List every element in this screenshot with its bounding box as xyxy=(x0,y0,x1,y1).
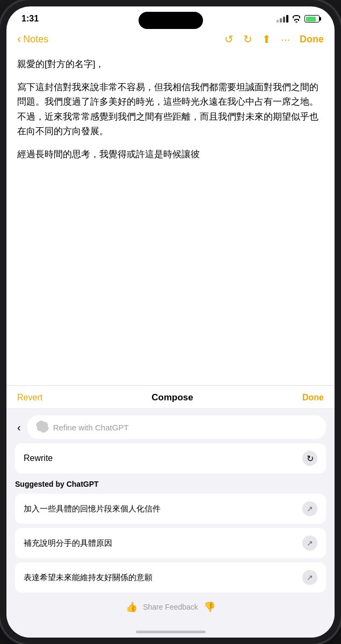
suggestion-item-3[interactable]: 表達希望未來能維持友好關係的意願 ↗ xyxy=(15,562,326,592)
note-paragraph-2: 寫下這封信對我來說非常不容易，但我相信我們都需要坦誠面對我們之間的問題。我們度過… xyxy=(17,80,324,138)
refine-back-icon[interactable]: ‹ xyxy=(15,419,23,436)
refine-placeholder: Refine with ChatGPT xyxy=(53,423,129,432)
compose-done-button[interactable]: Done xyxy=(302,393,324,402)
notes-toolbar: ‹ Notes ↺ ↻ ⬆ ··· Done xyxy=(6,28,335,52)
feedback-label[interactable]: Share Feedback xyxy=(143,603,198,611)
status-icons xyxy=(277,15,320,23)
home-indicator xyxy=(6,621,335,638)
suggestion-text-3: 表達希望未來能維持友好關係的意願 xyxy=(24,573,298,583)
refine-input[interactable]: Refine with ChatGPT xyxy=(27,415,326,439)
rewrite-button[interactable]: Rewrite ↻ xyxy=(15,443,326,473)
note-content: 親愛的[對方的名字]， 寫下這封信對我來說非常不容易，但我相信我們都需要坦誠面對… xyxy=(6,52,335,385)
suggestion-item-2[interactable]: 補充說明分手的具體原因 ↗ xyxy=(15,528,326,558)
compose-title: Compose xyxy=(151,392,193,403)
undo-icon[interactable]: ↺ xyxy=(224,33,234,46)
note-text: 親愛的[對方的名字]， 寫下這封信對我來說非常不容易，但我相信我們都需要坦誠面對… xyxy=(17,57,324,162)
thumbs-up-icon[interactable]: 👍 xyxy=(126,601,137,613)
back-navigation[interactable]: ‹ Notes xyxy=(17,32,48,46)
back-chevron-icon[interactable]: ‹ xyxy=(17,32,21,46)
suggested-title: Suggested by ChatGPT xyxy=(15,480,326,488)
revert-button[interactable]: Revert xyxy=(17,393,42,402)
rewrite-label: Rewrite xyxy=(24,453,53,463)
suggestion-text-1: 加入一些具體的回憶片段來個人化信件 xyxy=(24,504,298,514)
chatgpt-icon xyxy=(36,421,49,434)
suggestion-arrow-3: ↗ xyxy=(302,570,317,585)
redo-icon[interactable]: ↻ xyxy=(243,33,252,46)
more-icon[interactable]: ··· xyxy=(281,33,290,46)
screen: 1:31 ‹ xyxy=(6,6,335,638)
compose-panel: Revert Compose Done ‹ Refine with ChatGP… xyxy=(6,385,335,638)
back-label[interactable]: Notes xyxy=(23,34,48,45)
rewrite-icon: ↻ xyxy=(302,451,317,466)
compose-header: Revert Compose Done xyxy=(6,386,335,409)
status-bar: 1:31 xyxy=(6,6,335,28)
done-button[interactable]: Done xyxy=(300,34,324,45)
toolbar-icons: ↺ ↻ ⬆ ··· Done xyxy=(224,33,324,46)
note-paragraph-3: 經過長時間的思考，我覺得或許這是時候讓彼 xyxy=(17,147,324,162)
thumbs-down-icon[interactable]: 👎 xyxy=(204,601,215,613)
suggestion-arrow-1: ↗ xyxy=(302,501,317,516)
home-bar xyxy=(136,631,206,633)
rewrite-section: Rewrite ↻ xyxy=(15,443,326,473)
battery-icon xyxy=(304,15,320,23)
refine-bar: ‹ Refine with ChatGPT xyxy=(15,415,326,439)
suggestion-text-2: 補充說明分手的具體原因 xyxy=(24,538,298,548)
wifi-icon xyxy=(292,15,301,23)
suggested-section: Suggested by ChatGPT 加入一些具體的回憶片段來個人化信件 ↗… xyxy=(15,480,326,592)
share-icon[interactable]: ⬆ xyxy=(262,33,271,46)
suggestion-arrow-2: ↗ xyxy=(302,536,317,551)
dynamic-island xyxy=(139,12,203,29)
suggestion-item-1[interactable]: 加入一些具體的回憶片段來個人化信件 ↗ xyxy=(15,494,326,524)
signal-icon xyxy=(277,15,288,23)
note-paragraph-1: 親愛的[對方的名字]， xyxy=(17,57,324,71)
status-time: 1:31 xyxy=(21,14,39,24)
feedback-row: 👍 Share Feedback 👎 xyxy=(6,597,335,621)
phone-frame: 1:31 ‹ xyxy=(0,0,341,644)
